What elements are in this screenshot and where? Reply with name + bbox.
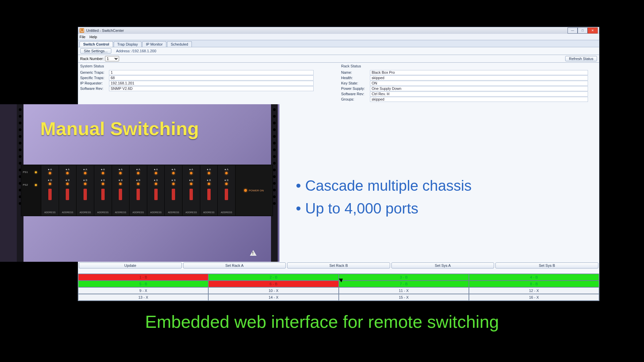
port-cell[interactable]: 1 - B xyxy=(78,274,208,281)
slide-bullets: Cascade multiple chassis Up to 4,000 por… xyxy=(296,174,472,220)
rack-number-label: Rack Number: xyxy=(80,57,104,61)
port-cell[interactable]: 13 - X xyxy=(78,294,208,301)
site-settings-button[interactable]: Site Settings... xyxy=(80,48,111,54)
system-status-title: System Status xyxy=(80,64,104,68)
psu-panel: PS1 PS2 xyxy=(21,165,41,216)
rack-sw-rev-label: Software Rev: xyxy=(341,92,370,96)
update-button[interactable]: Update xyxy=(79,262,182,268)
port-cell[interactable]: 5 - B xyxy=(78,281,208,287)
specific-traps-value: 68 xyxy=(109,75,314,80)
menu-file[interactable]: File xyxy=(79,35,86,39)
rack-sw-rev-value: Ctrl Rev. H xyxy=(370,92,588,97)
ip-requester-label: IP Requester: xyxy=(80,81,109,85)
power-supply-label: Power Supply: xyxy=(341,86,370,90)
chassis-slot: ● A● BADDRESS xyxy=(182,165,200,216)
port-cell[interactable]: 16 - X xyxy=(469,294,599,301)
set-rack-a-button[interactable]: Set Rack A xyxy=(183,262,286,268)
key-state-label: Key State: xyxy=(341,81,370,85)
address-label: Address: /192.168.1.200 xyxy=(116,49,156,53)
rack-name-label: Name: xyxy=(341,70,370,74)
port-cell[interactable]: 14 - X xyxy=(208,294,338,301)
rack-name-value: Black Box Pro xyxy=(370,70,588,75)
port-cell[interactable]: 4 - B xyxy=(469,274,599,281)
generic-traps-label: Generic Traps: xyxy=(80,70,109,74)
rack-health-value: skipped xyxy=(370,75,588,80)
generic-traps-value: 1 xyxy=(109,70,314,75)
set-rack-b-button[interactable]: Set Rack B xyxy=(287,262,390,268)
close-button[interactable]: ✕ xyxy=(588,27,598,34)
port-cell[interactable]: 7 - B xyxy=(339,281,469,287)
software-rev-label: Software Rev: xyxy=(80,86,109,90)
java-icon xyxy=(79,28,84,33)
chassis-slot: ● A● BADDRESS xyxy=(41,165,59,216)
chassis-photo: Manual Switching PS1 PS2 ● A● BADDRESS● … xyxy=(0,104,279,262)
chassis-slot: ● A● BADDRESS xyxy=(59,165,77,216)
specific-traps-label: Specific Traps: xyxy=(80,76,109,80)
power-panel: POWER ON xyxy=(235,165,272,216)
warning-icon xyxy=(250,250,257,256)
maximize-button[interactable]: □ xyxy=(578,27,588,34)
port-cell[interactable]: 15 - X xyxy=(339,294,469,301)
chassis-slot: ● A● BADDRESS xyxy=(94,165,112,216)
power-supply-value: One Supply Down xyxy=(370,86,588,91)
set-sys-a-button[interactable]: Set Sys A xyxy=(391,262,494,268)
chassis-slot: ● A● BADDRESS xyxy=(147,165,165,216)
photo-title: Manual Switching xyxy=(40,118,199,139)
rack-groups-label: Groups: xyxy=(341,97,370,101)
rack-groups-value: skipped xyxy=(370,97,588,102)
port-cell[interactable]: 12 - X xyxy=(469,287,599,294)
chassis-slot: ● A● BADDRESS xyxy=(76,165,94,216)
key-state-value: ON xyxy=(370,81,588,86)
chassis-slot: ● A● BADDRESS xyxy=(218,165,235,216)
tab-trap-display[interactable]: Trap Display xyxy=(114,41,142,47)
port-cell[interactable]: 9 - X xyxy=(78,287,208,294)
chassis-slot: ● A● BADDRESS xyxy=(112,165,130,216)
set-sys-b-button[interactable]: Set Sys B xyxy=(495,262,598,268)
rack-number-select[interactable]: 1 xyxy=(105,56,119,61)
chassis-slot: ● A● BADDRESS xyxy=(165,165,182,216)
tab-scheduled[interactable]: Scheduled xyxy=(167,41,192,47)
refresh-status-button[interactable]: Refresh Status xyxy=(565,56,597,61)
port-cell[interactable]: 6 - B xyxy=(208,281,338,287)
tab-switch-control[interactable]: Switch Control xyxy=(79,41,113,47)
software-rev-value: SNMP V2.6D xyxy=(109,86,314,91)
window-title: Untitled - SwitchCenter xyxy=(86,28,124,33)
rack-health-label: Health: xyxy=(341,76,370,80)
menu-help[interactable]: Help xyxy=(90,35,97,39)
port-cell[interactable]: 3 - B xyxy=(339,274,469,281)
minimize-button[interactable]: — xyxy=(568,27,578,34)
chassis-slot: ● A● BADDRESS xyxy=(129,165,147,216)
rack-status-title: Rack Status xyxy=(341,64,361,68)
port-cell[interactable]: 8 - B xyxy=(469,281,599,287)
tab-ip-monitor[interactable]: IP Monitor xyxy=(142,41,166,47)
port-cell[interactable]: 11 - X xyxy=(339,287,469,294)
slide-caption: Embedded web interface for remote switch… xyxy=(0,312,644,332)
port-cell[interactable]: 2 - B xyxy=(208,274,338,281)
chassis-slot: ● A● BADDRESS xyxy=(200,165,218,216)
port-cell[interactable]: 10 - X xyxy=(208,287,338,294)
ip-requester-value: 192.168.1.201 xyxy=(109,81,314,86)
